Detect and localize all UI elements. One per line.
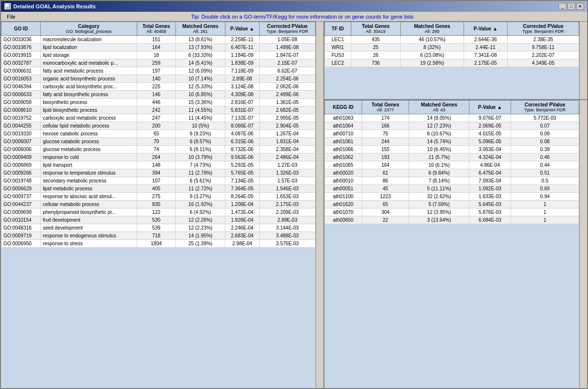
table-row[interactable]: GO:0048316seed development53912 (2.23%)2…	[1, 224, 316, 232]
kegg-scrollbar[interactable]	[579, 100, 587, 388]
go-cell: 1.326E-03	[259, 169, 315, 177]
close-button[interactable]: ✕	[576, 3, 584, 10]
table-row[interactable]: ath0106615510 (6.45%)3.063E-040.39	[325, 146, 579, 154]
kegg-cell: 1223	[362, 193, 409, 201]
table-row[interactable]: GO:0009699phenylpropanoid biosynthetic p…	[1, 208, 316, 216]
go-cell: 2.258E-11	[225, 36, 259, 44]
table-row[interactable]: GO:0019320hexose catabolic process656 (9…	[1, 130, 316, 138]
kegg-cell: 1	[511, 201, 579, 208]
table-row[interactable]: ath0106416612 (7.23%)2.069E-050.07	[325, 122, 579, 130]
go-cell: 10 (7.14%)	[176, 75, 225, 83]
tf-cell: 2.44E-11	[464, 44, 508, 52]
table-row[interactable]: ath00010867 (8.14%)7.093E-040.5	[325, 177, 579, 185]
go-cell: 242	[137, 106, 175, 114]
table-row[interactable]: GO:0009737response to abscisic acid stim…	[1, 193, 316, 201]
table-row[interactable]: GO:0046394carboxylic acid biosynthetic p…	[1, 83, 316, 91]
kegg-cell: 6.475E-04	[469, 169, 511, 177]
table-row[interactable]: GO:0010876lipid localization16413 (7.93%…	[1, 44, 316, 52]
table-row[interactable]: LEC273619 (2.58%)2.175E-054.349E-05	[325, 59, 579, 67]
table-row[interactable]: GO:0010154fruit development53012 (2.26%)…	[1, 216, 316, 224]
kegg-cell: ath01064	[325, 122, 362, 130]
go-cell: 2.499E-06	[259, 91, 315, 99]
table-row[interactable]: GO:0044255cellular lipid metabolic proce…	[1, 122, 316, 130]
minimize-button[interactable]: _	[559, 3, 566, 10]
go-header-cell: Matched GenesAll: 261	[176, 22, 225, 36]
table-row[interactable]: GO:0009409response to cold26410 (3.79%)9…	[1, 154, 316, 161]
kegg-cell: 5.645E-03	[469, 201, 511, 208]
go-cell: 2.15E-07	[259, 59, 315, 67]
table-row[interactable]: LEC143546 (10.57%)2.644E-362.38E-35	[325, 36, 579, 44]
go-cell: 530	[137, 216, 175, 224]
kegg-cell: 6 (9.84%)	[409, 169, 469, 177]
table-row[interactable]: ath00051455 (11.11%)1.092E-030.69	[325, 185, 579, 193]
table-row[interactable]: GO:0006633fatty acid biosynthetic proces…	[1, 91, 316, 99]
kegg-cell: 0.09	[511, 130, 579, 138]
go-cell: 16 (1.92%)	[176, 201, 225, 208]
go-cell: GO:0009737	[1, 193, 41, 201]
kegg-cell: 0.46	[511, 154, 579, 161]
table-row[interactable]: ath0106124414 (5.74%)5.096E-050.08	[325, 138, 579, 146]
go-cell: 5.831E-07	[225, 106, 259, 114]
table-row[interactable]: GO:0033036macromolecule localization1511…	[1, 36, 316, 44]
table-row[interactable]: GO:0006629lipid metabolic process40511 (…	[1, 185, 316, 193]
kegg-cell: ath01063	[325, 114, 362, 122]
table-row[interactable]: GO:0016053organic acid biosynthetic proc…	[1, 75, 316, 83]
table-row[interactable]: GO:0044237cellular metabolic process8351…	[1, 201, 316, 208]
go-cell: 1.208E-04	[225, 201, 259, 208]
table-row[interactable]: ath01100122332 (2.62%)1.633E-030.94	[325, 193, 579, 201]
kegg-cell: 9.076E-07	[469, 114, 511, 122]
file-menu[interactable]: File	[3, 13, 20, 21]
table-row[interactable]: GO:0006631fatty acid metabolic process19…	[1, 67, 316, 75]
go-cell: 12 (2.26%)	[176, 216, 225, 224]
tf-table-container[interactable]: TF IDTotal GenesAll: 30419Matched GenesA…	[324, 22, 579, 99]
table-row[interactable]: GO:0008610lipid biosynthetic process2421…	[1, 106, 316, 114]
table-row[interactable]: ath0106516410 (6.1%)4.86E-040.44	[325, 161, 579, 169]
table-row[interactable]: GO:0032787monocarboxylic acid metabolic …	[1, 59, 316, 67]
table-row[interactable]: GO:0009266response to temperature stimul…	[1, 169, 316, 177]
kegg-cell: 5 (7.69%)	[409, 201, 469, 208]
go-table-container[interactable]: GO IDCategoryGO: biological_processTotal…	[1, 22, 316, 388]
table-row[interactable]: ath0106317414 (8.05%)9.076E-075.772E-03	[325, 114, 579, 122]
table-row[interactable]: ath00650223 (13.64%)6.684E-031	[325, 216, 579, 224]
table-row[interactable]: GO:0019748secondary metabolic process107…	[1, 177, 316, 185]
go-cell: cellular metabolic process	[41, 201, 137, 208]
kegg-cell: ath01100	[325, 193, 362, 201]
go-cell: 1.546E-03	[259, 185, 315, 193]
table-row[interactable]: WRI1258 (32%)2.44E-119.758E-11	[325, 44, 579, 52]
go-cell: 8.732E-06	[225, 146, 259, 154]
go-cell: 107	[137, 177, 175, 185]
table-row[interactable]: GO:0006007glucose catabolic process706 (…	[1, 138, 316, 146]
go-cell: 6 (33.33%)	[176, 52, 225, 59]
table-row[interactable]: FUS3266 (23.08%)7.341E-082.202E-07	[325, 52, 579, 59]
tf-cell: 736	[351, 59, 401, 67]
table-row[interactable]: ath01620655 (7.69%)5.645E-031	[325, 201, 579, 208]
maximize-button[interactable]: □	[567, 3, 575, 10]
table-row[interactable]: GO:0019915lipid storage186 (33.33%)1.184…	[1, 52, 316, 59]
go-cell: 8.264E-05	[225, 193, 259, 201]
kegg-header-cell: Matched GenesAll: 43	[409, 101, 469, 114]
go-header-cell: CategoryGO: biological_process	[41, 22, 137, 36]
go-cell: GO:0019748	[1, 177, 41, 185]
table-row[interactable]: GO:0009719response to endogenous stimulu…	[1, 232, 316, 240]
tf-header-cell: Total GenesAll: 30419	[351, 22, 401, 36]
tf-header-cell: Corrected PValueType: Benjamini FDR	[508, 22, 579, 36]
table-row[interactable]: ath00020616 (9.84%)6.475E-040.51	[325, 169, 579, 177]
go-cell: 2.89E-03	[259, 216, 315, 224]
tf-scrollbar[interactable]	[579, 22, 587, 99]
kegg-cell: 0.5	[511, 177, 579, 185]
table-row[interactable]: ath0107030412 (3.95%)5.876E-031	[325, 208, 579, 216]
go-cell: 3.488E-03	[259, 232, 315, 240]
table-row[interactable]: GO:0009058biosynthetic process44615 (3.3…	[1, 99, 316, 106]
go-cell: 1.499E-08	[259, 44, 315, 52]
kegg-cell: 65	[362, 201, 409, 208]
table-row[interactable]: ath00710758 (10.67%)4.015E-050.09	[325, 130, 579, 138]
table-row[interactable]: GO:0006006glucose metabolic process746 (…	[1, 146, 316, 154]
table-row[interactable]: GO:0019752carboxylic acid metabolic proc…	[1, 114, 316, 122]
kegg-table-container[interactable]: KEGG IDTotal GenesAll: 2377Matched Genes…	[324, 100, 579, 388]
table-row[interactable]: GO:0006950response to stress180425 (1.39…	[1, 240, 316, 248]
table-row[interactable]: GO:0006869lipid transport1487 (4.73%)5.2…	[1, 161, 316, 169]
go-table-wrapper: GO IDCategoryGO: biological_processTotal…	[1, 22, 323, 388]
go-scrollbar[interactable]	[316, 22, 323, 388]
table-row[interactable]: ath0106219311 (5.7%)4.324E-040.46	[325, 154, 579, 161]
right-panel: TF IDTotal GenesAll: 30419Matched GenesA…	[324, 22, 587, 388]
